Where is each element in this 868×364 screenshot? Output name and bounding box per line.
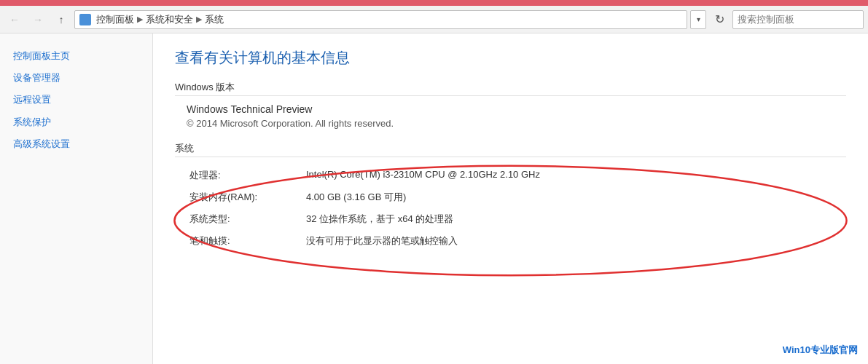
system-section: 系统 处理器: Intel(R) Core(TM) i3-2310M CPU @… [175,142,846,252]
sidebar-item-device-manager[interactable]: 设备管理器 [0,67,152,89]
address-dropdown[interactable]: ▾ [690,10,706,29]
refresh-button[interactable]: ↻ [709,10,730,29]
table-row: 处理器: Intel(R) Core(TM) i3-2310M CPU @ 2.… [187,165,836,186]
breadcrumb-security[interactable]: 系统和安全 [146,13,193,26]
row-value-ram: 4.00 GB (3.16 GB 可用) [303,186,836,208]
main-layout: 控制面板主页 设备管理器 远程设置 系统保护 高级系统设置 查看有关计算机的基本… [0,33,868,364]
sidebar-item-advanced-settings[interactable]: 高级系统设置 [0,133,152,155]
watermark: Win10专业版官网 [780,342,861,358]
back-button[interactable]: ← [4,10,25,29]
row-value-touch: 没有可用于此显示器的笔或触控输入 [303,230,836,252]
breadcrumb-sep-1: ▶ [137,15,143,24]
windows-icon [79,14,91,25]
sidebar-item-home[interactable]: 控制面板主页 [0,45,152,67]
up-button[interactable]: ↑ [51,10,71,29]
breadcrumb-system: 系统 [205,13,224,26]
page-title: 查看有关计算机的基本信息 [175,48,846,68]
sidebar: 控制面板主页 设备管理器 远程设置 系统保护 高级系统设置 [0,33,153,364]
table-row: 系统类型: 32 位操作系统，基于 x64 的处理器 [187,208,836,230]
row-value-systemtype: 32 位操作系统，基于 x64 的处理器 [303,208,836,230]
windows-version-name: Windows Technical Preview [187,103,846,115]
windows-version-label: Windows 版本 [175,81,846,96]
row-value-processor: Intel(R) Core(TM) i3-2310M CPU @ 2.10GHz… [303,165,836,186]
system-section-label: 系统 [175,142,846,157]
table-row: 安装内存(RAM): 4.00 GB (3.16 GB 可用) [187,186,836,208]
system-table: 处理器: Intel(R) Core(TM) i3-2310M CPU @ 2.… [187,165,836,252]
address-bar[interactable]: 控制面板 ▶ 系统和安全 ▶ 系统 [74,10,687,29]
table-row: 笔和触摸: 没有可用于此显示器的笔或触控输入 [187,230,836,252]
row-key-processor: 处理器: [187,165,303,186]
row-key-systemtype: 系统类型: [187,208,303,230]
address-bar-row: ← → ↑ 控制面板 ▶ 系统和安全 ▶ 系统 ▾ ↻ [0,6,868,33]
top-bar [0,0,868,6]
row-key-touch: 笔和触摸: [187,230,303,252]
breadcrumb-sep-2: ▶ [196,15,202,24]
breadcrumb-controlpanel[interactable]: 控制面板 [96,13,134,26]
forward-button[interactable]: → [28,10,48,29]
search-input[interactable] [738,14,859,25]
content-area: 查看有关计算机的基本信息 Windows 版本 Windows Technica… [153,33,868,364]
search-box[interactable] [732,10,864,29]
sidebar-item-system-protection[interactable]: 系统保护 [0,111,152,133]
windows-copyright: © 2014 Microsoft Corporation. All rights… [187,118,846,129]
windows-version-section: Windows 版本 Windows Technical Preview © 2… [175,81,846,129]
sidebar-item-remote-settings[interactable]: 远程设置 [0,89,152,111]
windows-version-block: Windows Technical Preview © 2014 Microso… [187,103,846,129]
row-key-ram: 安装内存(RAM): [187,186,303,208]
